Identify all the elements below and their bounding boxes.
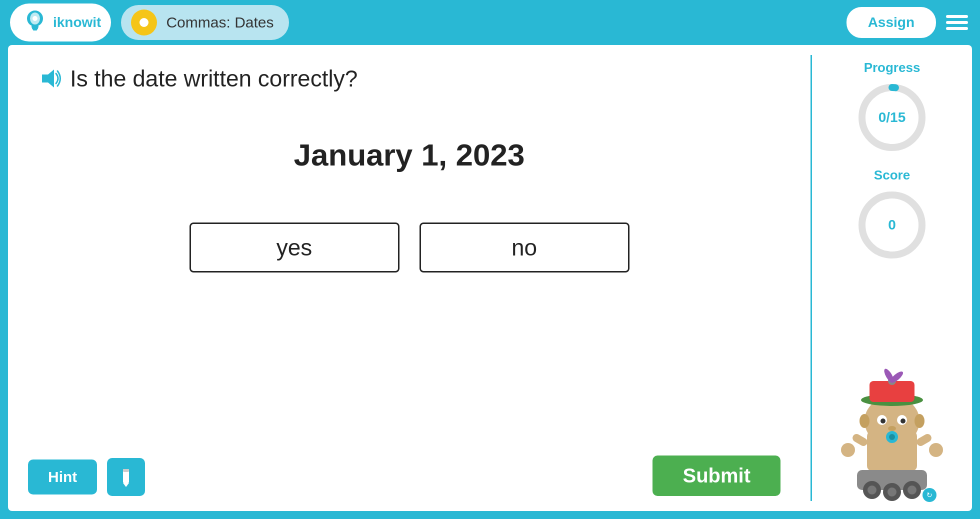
header-right: Assign xyxy=(846,7,970,38)
progress-value: 0/15 xyxy=(878,110,906,126)
svg-point-24 xyxy=(900,418,906,424)
score-section: Score 0 xyxy=(852,168,932,265)
date-display: January 1, 2023 xyxy=(38,137,780,172)
svg-text:↻: ↻ xyxy=(926,491,932,499)
svg-point-39 xyxy=(888,488,896,496)
answer-yes-button[interactable]: yes xyxy=(190,222,400,272)
progress-label: Progress xyxy=(852,60,932,76)
svg-point-25 xyxy=(888,426,896,431)
speaker-icon[interactable] xyxy=(38,66,62,90)
svg-point-33 xyxy=(929,443,943,457)
svg-rect-30 xyxy=(851,432,869,448)
answer-no-label: no xyxy=(512,234,537,261)
character-area: ↻ xyxy=(822,366,962,506)
hamburger-line-1 xyxy=(946,15,968,18)
svg-point-23 xyxy=(880,418,886,424)
progress-donut: 0/15 xyxy=(852,78,932,158)
logo-area: iknowit xyxy=(10,4,111,42)
svg-point-40 xyxy=(908,486,916,494)
hamburger-menu-button[interactable] xyxy=(944,13,970,32)
logo-bulb-icon xyxy=(20,8,50,38)
question-header: Is the date written correctly? xyxy=(38,65,780,92)
score-label: Score xyxy=(852,168,932,183)
right-panel: Progress 0/15 Score 0 xyxy=(812,45,972,511)
header: iknowit Commas: Dates Assign xyxy=(0,0,980,45)
svg-rect-3 xyxy=(33,29,37,30)
svg-rect-31 xyxy=(915,432,933,448)
submit-button[interactable]: Submit xyxy=(652,456,780,496)
hamburger-line-2 xyxy=(946,21,968,24)
pencil-button[interactable] xyxy=(107,458,145,496)
lesson-circle-inner xyxy=(140,18,148,27)
svg-marker-6 xyxy=(42,70,54,88)
score-donut: 0 xyxy=(852,185,932,265)
lesson-circle-icon xyxy=(131,10,157,36)
svg-point-29 xyxy=(914,414,924,428)
hint-button[interactable]: Hint xyxy=(28,460,97,494)
character-illustration: ↻ xyxy=(822,366,962,506)
answer-yes-label: yes xyxy=(276,234,312,261)
hamburger-line-3 xyxy=(946,27,968,30)
answer-no-button[interactable]: no xyxy=(420,222,630,272)
svg-point-27 xyxy=(889,434,895,440)
svg-point-5 xyxy=(32,16,38,21)
svg-point-38 xyxy=(868,486,876,494)
svg-marker-8 xyxy=(123,483,129,487)
main-area: Is the date written correctly? January 1… xyxy=(8,45,972,511)
svg-rect-9 xyxy=(123,469,129,472)
left-panel: Is the date written correctly? January 1… xyxy=(8,45,810,511)
progress-section: Progress 0/15 xyxy=(852,60,932,158)
question-text: Is the date written correctly? xyxy=(70,65,358,92)
bottom-bar: Hint xyxy=(28,458,145,496)
logo-text: iknowit xyxy=(53,14,101,30)
svg-point-32 xyxy=(841,443,855,457)
lesson-title: Commas: Dates xyxy=(166,14,274,31)
score-value: 0 xyxy=(888,217,896,233)
lesson-pill: Commas: Dates xyxy=(121,5,288,40)
svg-point-28 xyxy=(860,414,870,428)
answer-options: yes no xyxy=(38,222,780,272)
pencil-icon xyxy=(116,467,136,487)
assign-button[interactable]: Assign xyxy=(846,7,936,38)
